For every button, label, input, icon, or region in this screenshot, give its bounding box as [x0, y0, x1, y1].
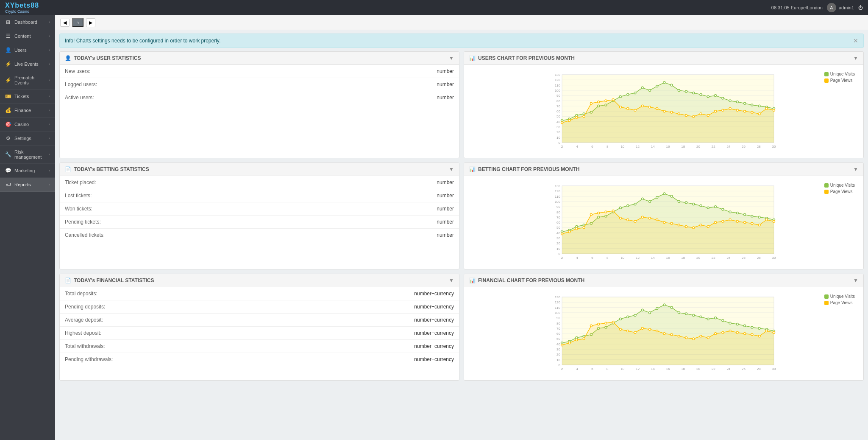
- stats-label: Average deposit:: [65, 317, 103, 323]
- svg-text:6: 6: [591, 145, 593, 149]
- svg-point-291: [627, 330, 629, 332]
- betting-stats-collapse[interactable]: ▼: [449, 166, 454, 172]
- svg-point-270: [693, 314, 695, 317]
- svg-point-77: [583, 115, 585, 118]
- svg-text:16: 16: [666, 256, 670, 260]
- svg-point-268: [678, 311, 680, 314]
- svg-point-298: [678, 335, 680, 337]
- sidebar-arrow-prematch-events: ›: [49, 78, 50, 82]
- sidebar-item-tickets[interactable]: 🎫 Tickets ›: [0, 90, 55, 104]
- sidebar-item-live-events[interactable]: ⚡ Live Events ›: [0, 57, 55, 71]
- user-stats-collapse[interactable]: ▼: [449, 55, 454, 61]
- financial-chart-collapse[interactable]: ▼: [853, 277, 858, 283]
- sidebar-item-risk-management[interactable]: 🔧 Risk management ›: [0, 146, 55, 164]
- breadcrumb-next[interactable]: ▶: [86, 18, 95, 27]
- svg-point-79: [598, 101, 600, 103]
- svg-point-58: [663, 81, 665, 84]
- betting-legend-unique: Unique Visits: [824, 183, 855, 188]
- stats-label: Pending tickets:: [65, 219, 101, 225]
- sidebar-item-finance[interactable]: 💰 Finance ›: [0, 104, 55, 118]
- svg-point-276: [736, 323, 738, 325]
- svg-point-282: [561, 344, 563, 346]
- info-bar: Info! Charts settings needs to be config…: [59, 34, 864, 48]
- users-chart-collapse[interactable]: ▼: [853, 55, 858, 61]
- sidebar-icon-users: 👤: [5, 47, 11, 53]
- sidebar-label-risk-management: Risk management: [14, 149, 49, 160]
- svg-point-54: [634, 92, 636, 94]
- svg-point-185: [612, 210, 614, 212]
- stats-label: Cancelled tickets:: [65, 232, 105, 238]
- sidebar-icon-casino: 🎯: [5, 121, 11, 127]
- sidebar-arrow-content: ›: [49, 34, 50, 38]
- svg-point-283: [568, 342, 570, 344]
- sidebar-label-finance: Finance: [14, 108, 31, 113]
- financial-legend-page-label: Page Views: [830, 300, 853, 305]
- sidebar-item-content[interactable]: ☰ Content ›: [0, 29, 55, 43]
- svg-text:90: 90: [556, 94, 560, 98]
- svg-text:26: 26: [742, 367, 746, 371]
- sidebar-arrow-reports: ›: [49, 182, 50, 187]
- svg-text:70: 70: [556, 216, 560, 219]
- svg-point-175: [758, 216, 760, 218]
- svg-text:130: 130: [555, 184, 561, 188]
- financial-legend-dot-green: [824, 294, 829, 299]
- table-row: Pending withdrawals: number+currency: [60, 353, 459, 366]
- svg-point-267: [670, 306, 673, 308]
- svg-text:14: 14: [651, 256, 655, 260]
- sidebar-label-content: Content: [14, 34, 31, 39]
- stats-label: Pending deposits:: [65, 304, 105, 310]
- betting-chart-collapse[interactable]: ▼: [853, 166, 858, 172]
- svg-point-263: [641, 309, 643, 311]
- svg-point-286: [590, 325, 592, 327]
- sidebar-item-settings[interactable]: ⚙ Settings ›: [0, 132, 55, 146]
- svg-point-99: [744, 110, 746, 112]
- svg-text:18: 18: [681, 145, 685, 149]
- sidebar-arrow-dashboard: ›: [49, 20, 50, 24]
- user-stats-table: New users: number Logged users: number A…: [60, 65, 459, 104]
- sidebar-item-dashboard[interactable]: ⊞ Dashboard ›: [0, 15, 55, 29]
- svg-point-163: [670, 195, 673, 197]
- betting-chart-icon: 📊: [469, 166, 476, 172]
- header: XYbets88 Crypto Casino 08:31:05 Europe/L…: [0, 0, 868, 15]
- stats-value: number: [437, 95, 454, 101]
- svg-text:24: 24: [726, 145, 730, 149]
- financial-legend-unique-label: Unique Visits: [830, 294, 855, 299]
- betting-legend-dot-green: [824, 183, 829, 188]
- sidebar-item-prematch-events[interactable]: ⚡ Prematch Events ›: [0, 71, 55, 90]
- user-stats-title: 👤 TODAY's USER STATISTICS: [65, 55, 141, 61]
- sidebar-toggle-button[interactable]: ◀: [60, 19, 70, 27]
- svg-point-274: [722, 319, 724, 322]
- svg-point-78: [590, 102, 592, 104]
- home-breadcrumb[interactable]: ⌂: [72, 18, 83, 27]
- table-row: Pending tickets: number: [60, 216, 459, 229]
- svg-point-161: [656, 196, 658, 199]
- svg-text:0: 0: [559, 141, 561, 145]
- svg-point-195: [685, 226, 687, 228]
- sidebar-item-marketing[interactable]: 💬 Marketing ›: [0, 164, 55, 178]
- stats-label: Active users:: [65, 95, 94, 101]
- svg-text:30: 30: [556, 125, 560, 129]
- svg-text:30: 30: [772, 367, 776, 371]
- svg-point-296: [663, 333, 665, 335]
- sidebar-item-casino[interactable]: 🎯 Casino ›: [0, 118, 55, 132]
- betting-chart-header: 📊 BETTING CHART FOR PREVIOUS MONTH ▼: [464, 163, 863, 176]
- sidebar-item-reports[interactable]: 🏷 Reports ›: [0, 178, 55, 192]
- svg-point-180: [576, 227, 578, 230]
- info-close-button[interactable]: ✕: [853, 37, 858, 44]
- svg-point-92: [693, 115, 695, 118]
- betting-legend-unique-label: Unique Visits: [830, 183, 855, 188]
- svg-point-204: [751, 222, 753, 224]
- sidebar-label-dashboard: Dashboard: [14, 20, 37, 25]
- svg-point-74: [561, 122, 563, 124]
- svg-text:10: 10: [620, 367, 624, 371]
- svg-point-310: [765, 330, 768, 332]
- svg-text:6: 6: [591, 367, 593, 371]
- financial-chart-icon: 📊: [469, 277, 476, 283]
- logout-icon[interactable]: ⏻: [858, 5, 863, 10]
- stats-value: number+currency: [414, 304, 454, 310]
- financial-stats-collapse[interactable]: ▼: [449, 277, 454, 283]
- logo: XYbets88 Crypto Casino: [5, 2, 39, 14]
- table-row: Won tickets: number: [60, 202, 459, 216]
- sidebar-item-users[interactable]: 👤 Users ›: [0, 43, 55, 57]
- sidebar-arrow-live-events: ›: [49, 62, 50, 66]
